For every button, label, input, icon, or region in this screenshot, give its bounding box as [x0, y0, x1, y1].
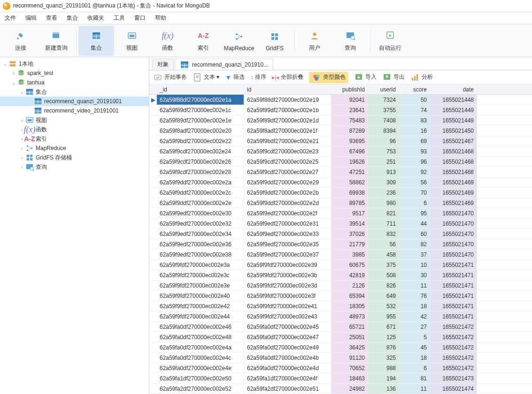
cell-date[interactable]: 1655021449: [430, 115, 477, 125]
cell-score[interactable]: 44: [399, 219, 430, 228]
cell-id[interactable]: 62a59f9cdf270000ec002e23: [244, 146, 332, 156]
cell-_id[interactable]: 62a59f9cdf270000ec002e24: [157, 146, 244, 156]
gridbar-filter-button[interactable]: ▼筛选: [225, 73, 245, 81]
table-row[interactable]: 62a59f9cdf270000ec002e2462a59f9cdf270000…: [149, 146, 532, 157]
gridbar-chart-button[interactable]: 分析: [410, 73, 433, 82]
gridbar-sort-button[interactable]: ↕排序: [250, 73, 266, 81]
table-row[interactable]: ▶62a59f88df270000ec002e1a62a59f88df27000…: [149, 95, 532, 105]
cell-_id[interactable]: 62a59f88df270000ec002e1a: [157, 95, 244, 105]
cell-publishId[interactable]: 75483: [332, 115, 368, 125]
tree-folder-查询[interactable]: ›查询: [0, 162, 149, 172]
cell-id[interactable]: 62a59f9edf270000ec002e33: [244, 229, 332, 239]
cell-userId[interactable]: 508: [368, 270, 399, 280]
cell-userId[interactable]: 96: [368, 136, 399, 146]
cell-id[interactable]: 62a59f89df270000ec002e1b: [244, 105, 332, 115]
cell-userId[interactable]: 980: [368, 198, 399, 208]
cell-publishId[interactable]: 42819: [332, 270, 368, 280]
cell-id[interactable]: 62a59f9edf270000ec002e31: [244, 219, 332, 228]
table-row[interactable]: 62a59f9fdf270000ec002e3e62a59f9fdf270000…: [149, 280, 532, 291]
cell-publishId[interactable]: 18305: [332, 301, 368, 311]
tree-db-spark_test[interactable]: ›spark_test: [0, 68, 149, 78]
tree-twisty-icon[interactable]: ⌄: [10, 80, 17, 85]
cell-date[interactable]: 1655021448: [430, 95, 477, 105]
table-row[interactable]: 62a59f9edf270000ec002e3462a59f9edf270000…: [149, 229, 532, 239]
cell-id[interactable]: 62a59f9cdf270000ec002e27: [244, 167, 332, 177]
cell-id[interactable]: 62a59f9bdf270000ec002e21: [244, 136, 332, 146]
cell-score[interactable]: 83: [399, 115, 430, 125]
cell-date[interactable]: 1655021450: [430, 126, 477, 136]
gridbar-colors-button[interactable]: 类型颜色: [309, 72, 348, 83]
cell-_id[interactable]: 62a59f9edf270000ec002e32: [157, 219, 244, 228]
cell-date[interactable]: 1655021473: [430, 373, 477, 383]
column-header-id[interactable]: id: [244, 84, 332, 94]
cell-userId[interactable]: 753: [368, 146, 399, 156]
cell-date[interactable]: 1655021471: [430, 280, 477, 290]
cell-_id[interactable]: 62a59f9ddf270000ec002e2a: [157, 177, 244, 187]
cell-publishId[interactable]: 21779: [332, 239, 368, 249]
menu-帮助[interactable]: 帮助: [155, 14, 166, 22]
cell-score[interactable]: 18: [399, 353, 430, 363]
cell-score[interactable]: 82: [399, 239, 430, 249]
table-row[interactable]: 62a59fa2df270000ec002e5262a59fa2df270000…: [149, 384, 532, 394]
cell-score[interactable]: 74: [399, 105, 430, 115]
toolbar-query-button[interactable]: 查询: [332, 26, 368, 56]
cell-score[interactable]: 5: [399, 332, 430, 342]
cell-_id[interactable]: 62a59f9fdf270000ec002e40: [157, 291, 244, 301]
cell-userId[interactable]: 913: [368, 167, 399, 177]
table-row[interactable]: 62a59f9fdf270000ec002e4462a59f9fdf270000…: [149, 311, 532, 322]
toolbar-table-button[interactable]: 集合: [78, 26, 114, 56]
cell-date[interactable]: 1655021468: [430, 157, 477, 167]
cell-publishId[interactable]: 25051: [332, 332, 368, 342]
column-header-userId[interactable]: userId: [368, 84, 399, 94]
tree-twisty-icon[interactable]: ›: [19, 118, 25, 123]
cell-score[interactable]: 95: [399, 208, 430, 218]
cell-userId[interactable]: 826: [368, 280, 399, 290]
cell-id[interactable]: 62a59fa0df270000ec002e4d: [244, 363, 332, 373]
menu-窗口[interactable]: 窗口: [134, 14, 146, 22]
cell-date[interactable]: 1655021472: [430, 342, 477, 352]
cell-_id[interactable]: 62a59f9cdf270000ec002e26: [157, 157, 244, 167]
menu-工具[interactable]: 工具: [114, 14, 125, 22]
cell-date[interactable]: 1655021449: [430, 105, 477, 115]
cell-publishId[interactable]: 36425: [332, 342, 368, 352]
table-row[interactable]: 62a59f9cdf270000ec002e2862a59f9cdf270000…: [149, 167, 532, 177]
tree-folder-索引[interactable]: ›A-Z索引: [0, 134, 149, 144]
table-row[interactable]: 62a59fa0df270000ec002e4862a59fa0df270000…: [149, 332, 532, 342]
cell-id[interactable]: 62a59fa0df270000ec002e49: [244, 342, 332, 352]
tree-twisty-icon[interactable]: ›: [19, 165, 25, 170]
toolbar-az-button[interactable]: A-Z索引: [185, 26, 221, 56]
cell-publishId[interactable]: 37026: [332, 229, 368, 239]
cell-id[interactable]: 62a59f9fdf270000ec002e39: [244, 260, 332, 270]
cell-userId[interactable]: 955: [368, 311, 399, 321]
cell-id[interactable]: 62a59f9edf270000ec002e37: [244, 250, 332, 259]
table-row[interactable]: 62a59fa0df270000ec002e4a62a59fa0df270000…: [149, 342, 532, 353]
cell-score[interactable]: 69: [399, 136, 430, 146]
cell-_id[interactable]: 62a59f9bdf270000ec002e22: [157, 136, 244, 146]
cell-userId[interactable]: 56: [368, 239, 399, 249]
cell-publishId[interactable]: 47251: [332, 167, 368, 177]
cell-userId[interactable]: 325: [368, 353, 399, 363]
table-row[interactable]: 62a59f9edf270000ec002e3662a59f9edf270000…: [149, 239, 532, 250]
cell-score[interactable]: 11: [399, 280, 430, 290]
cell-date[interactable]: 1655021469: [430, 198, 477, 208]
cell-score[interactable]: 11: [399, 384, 430, 394]
table-row[interactable]: 62a59f9fdf270000ec002e3a62a59f9fdf270000…: [149, 260, 532, 270]
table-row[interactable]: 62a59f9edf270000ec002e3262a59f9edf270000…: [149, 219, 532, 229]
column-header-_id[interactable]: _id: [157, 84, 244, 94]
menu-集合[interactable]: 集合: [67, 14, 78, 22]
table-row[interactable]: 62a59f9ddf270000ec002e2e62a59f9ddf270000…: [149, 198, 532, 208]
cell-publishId[interactable]: 65721: [332, 322, 368, 332]
cell-id[interactable]: 62a59f9cdf270000ec002e25: [244, 157, 332, 167]
cell-date[interactable]: 1655021474: [430, 384, 477, 394]
cell-_id[interactable]: 62a59f9fdf270000ec002e3e: [157, 280, 244, 290]
cell-publishId[interactable]: 24982: [332, 384, 368, 394]
cell-userId[interactable]: 988: [368, 363, 399, 373]
cell-publishId[interactable]: 70652: [332, 363, 368, 373]
cell-publishId[interactable]: 58862: [332, 177, 368, 187]
tree-twisty-icon[interactable]: ›: [10, 71, 17, 76]
cell-_id[interactable]: 62a59fa0df270000ec002e4e: [157, 363, 244, 373]
cell-_id[interactable]: 62a59f9edf270000ec002e36: [157, 239, 244, 249]
cell-userId[interactable]: 309: [368, 177, 399, 187]
cell-score[interactable]: 76: [399, 291, 430, 301]
cell-score[interactable]: 93: [399, 146, 430, 156]
